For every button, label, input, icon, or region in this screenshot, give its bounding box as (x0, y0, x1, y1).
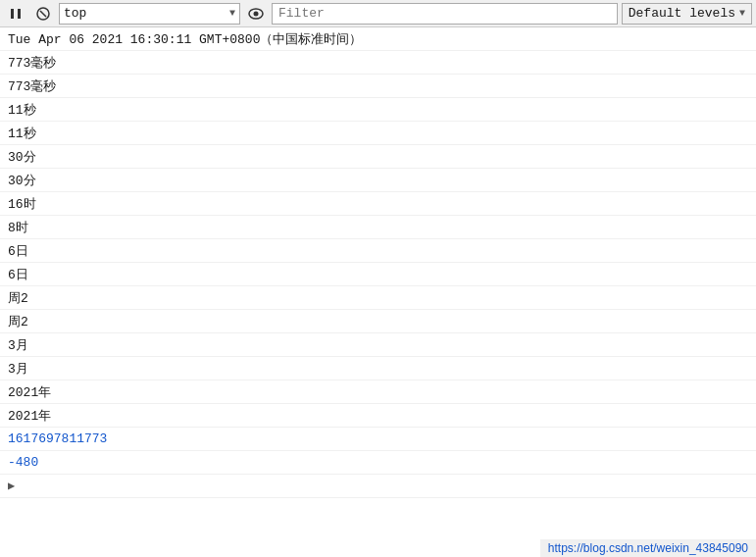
svg-rect-0 (11, 9, 14, 19)
log-row: 3月 (0, 333, 756, 357)
log-row: 6日 (0, 263, 756, 286)
log-row: 8时 (0, 216, 756, 239)
context-select-arrow: ▼ (229, 8, 235, 19)
log-row[interactable]: -480 (0, 451, 756, 475)
log-row: 773毫秒 (0, 51, 756, 75)
log-row: 16时 (0, 192, 756, 216)
log-row: 30分 (0, 169, 756, 192)
clear-button[interactable] (31, 3, 55, 25)
log-row: 6日 (0, 239, 756, 263)
log-row: 30分 (0, 145, 756, 169)
levels-label: Default levels (629, 6, 735, 21)
status-bar[interactable]: https://blog.csdn.net/weixin_43845090 (540, 539, 756, 557)
levels-arrow: ▼ (739, 8, 745, 19)
log-row: 周2 (0, 310, 756, 333)
svg-point-5 (254, 11, 259, 16)
toolbar: top ▼ Default levels ▼ (0, 0, 756, 27)
log-rows-container: 773毫秒773毫秒11秒11秒30分30分16时8时6日6日周2周23月3月2… (0, 51, 756, 475)
context-select-value: top (64, 6, 229, 21)
expand-icon[interactable]: ▶ (8, 479, 15, 493)
svg-line-3 (40, 11, 46, 17)
log-row: 周2 (0, 286, 756, 310)
filter-input[interactable] (272, 3, 618, 25)
log-header-row: Tue Apr 06 2021 16:30:11 GMT+0800（中国标准时间… (0, 27, 756, 51)
levels-selector[interactable]: Default levels ▼ (622, 3, 752, 25)
log-header-text: Tue Apr 06 2021 16:30:11 GMT+0800（中国标准时间… (8, 30, 362, 48)
pause-button[interactable] (4, 3, 27, 25)
log-row: 2021年 (0, 404, 756, 428)
log-content: Tue Apr 06 2021 16:30:11 GMT+0800（中国标准时间… (0, 27, 756, 557)
log-row: 11秒 (0, 98, 756, 122)
log-row[interactable]: 1617697811773 (0, 428, 756, 451)
eye-button[interactable] (244, 3, 268, 25)
log-row: 3月 (0, 357, 756, 380)
log-row: 2021年 (0, 380, 756, 404)
svg-rect-1 (18, 9, 21, 19)
log-row: 11秒 (0, 122, 756, 145)
context-selector[interactable]: top ▼ (59, 3, 240, 25)
log-row: 773毫秒 (0, 75, 756, 98)
expand-row[interactable]: ▶ (0, 475, 756, 498)
